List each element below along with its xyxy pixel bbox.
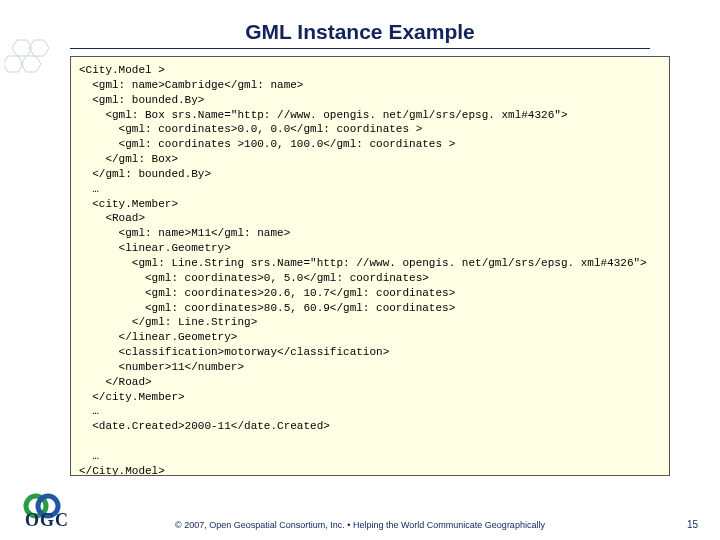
hex-decoration-icon — [4, 38, 56, 88]
footer-text: © 2007, Open Geospatial Consortium, Inc.… — [0, 520, 720, 530]
slide-title: GML Instance Example — [0, 20, 720, 44]
gml-code-block: <City.Model > <gml: name>Cambridge</gml:… — [70, 56, 670, 476]
svg-marker-2 — [4, 56, 23, 72]
title-underline — [70, 48, 650, 49]
svg-marker-3 — [21, 56, 41, 72]
page-number: 15 — [687, 519, 698, 530]
